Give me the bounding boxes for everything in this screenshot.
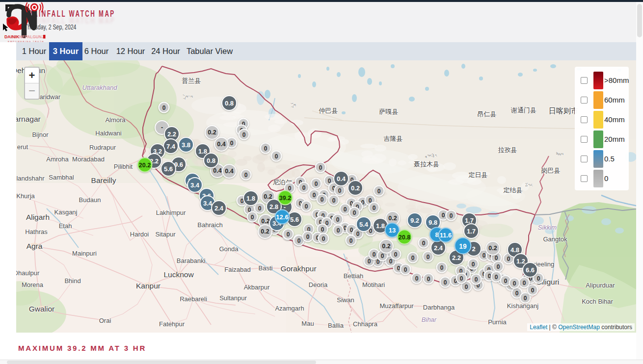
svg-text:DAINIKNEPALGUNJ: DAINIKNEPALGUNJ — [4, 34, 44, 39]
